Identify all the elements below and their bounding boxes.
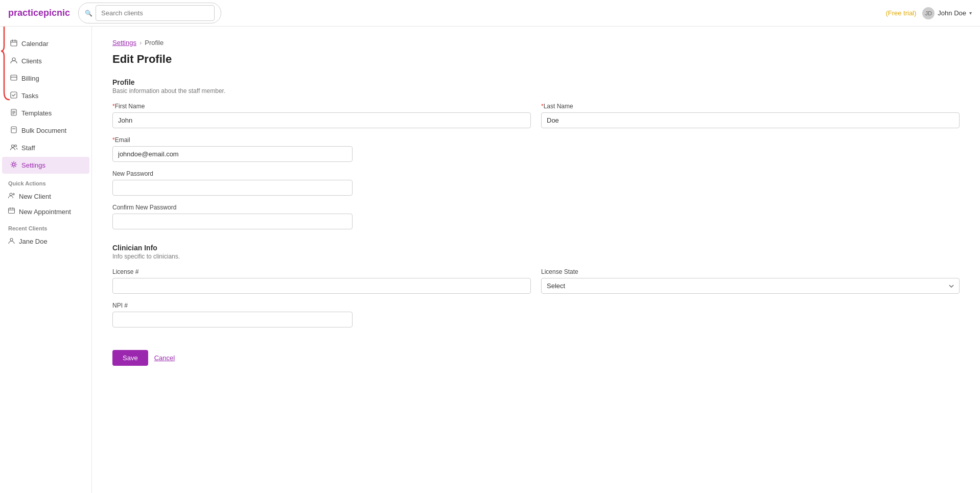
sidebar-label-clients: Clients [21, 57, 42, 65]
sidebar-label-bulk-document: Bulk Document [21, 127, 66, 134]
license-row: License # License State Select ALAKAZARC… [112, 268, 960, 294]
sidebar-label-staff: Staff [21, 144, 35, 152]
breadcrumb: Settings › Profile [112, 39, 960, 46]
confirm-password-label: Confirm New Password [112, 204, 353, 211]
new-password-group: New Password [112, 170, 353, 196]
page-title: Edit Profile [112, 53, 960, 66]
license-state-select[interactable]: Select ALAKAZARCA COCTDEFLGA HIIDILINIA … [541, 278, 960, 294]
recent-client-icon [8, 237, 15, 245]
svg-point-24 [10, 239, 13, 241]
sidebar-label-tasks: Tasks [21, 92, 38, 100]
sidebar: Calendar Clients Billing Tasks [0, 27, 92, 493]
license-state-label: License State [541, 268, 960, 275]
svg-point-15 [15, 145, 17, 147]
search-icon: 🔍 [85, 10, 92, 17]
clients-icon [10, 57, 17, 65]
quick-action-new-client[interactable]: New Client [0, 189, 91, 204]
quick-action-new-appointment[interactable]: New Appointment [0, 204, 91, 219]
avatar-initials: JD [925, 10, 932, 16]
profile-section-title: Profile [112, 78, 960, 86]
sidebar-item-bulk-document[interactable]: Bulk Document [2, 122, 89, 139]
recent-client-name: Jane Doe [19, 238, 48, 245]
first-name-label: *First Name [112, 103, 531, 110]
license-number-label: License # [112, 268, 531, 275]
last-name-input[interactable] [541, 112, 960, 128]
billing-icon [10, 74, 17, 83]
last-name-group: *Last Name [541, 103, 960, 128]
confirm-password-input[interactable] [112, 214, 353, 229]
license-state-group: License State Select ALAKAZARCA COCTDEFL… [541, 268, 960, 294]
email-label: *Email [112, 136, 353, 144]
svg-rect-0 [11, 40, 17, 46]
bulk-document-icon [10, 126, 17, 135]
save-button[interactable]: Save [112, 350, 148, 366]
license-number-input[interactable] [112, 278, 531, 294]
sidebar-item-settings[interactable]: Settings [2, 157, 89, 174]
npi-row: NPI # [112, 302, 960, 327]
svg-rect-5 [11, 75, 17, 80]
svg-point-17 [10, 193, 12, 196]
sidebar-nav: Calendar Clients Billing Tasks [0, 35, 91, 174]
new-password-label: New Password [112, 170, 353, 177]
sidebar-label-settings: Settings [21, 161, 45, 169]
search-container: 🔍 [78, 3, 221, 24]
action-buttons: Save Cancel [112, 350, 960, 366]
email-row: *Email [112, 136, 960, 162]
npi-label: NPI # [112, 302, 353, 309]
sidebar-item-tasks[interactable]: Tasks [2, 87, 89, 104]
quick-action-new-client-label: New Client [19, 193, 51, 200]
user-name-label: John Doe [938, 9, 966, 17]
confirm-password-row: Confirm New Password [112, 204, 960, 229]
cancel-button[interactable]: Cancel [154, 354, 175, 362]
npi-group: NPI # [112, 302, 353, 327]
sidebar-item-clients[interactable]: Clients [2, 53, 89, 69]
new-password-row: New Password [112, 170, 960, 196]
first-name-input[interactable] [112, 112, 531, 128]
first-name-group: *First Name [112, 103, 531, 128]
confirm-password-group: Confirm New Password [112, 204, 353, 229]
topbar: practicepicnic 🔍 (Free trial) JD John Do… [0, 0, 980, 27]
quick-actions-label: Quick Actions [0, 174, 91, 189]
breadcrumb-settings-link[interactable]: Settings [112, 39, 136, 46]
last-name-label: *Last Name [541, 103, 960, 110]
clinician-section-title: Clinician Info [112, 244, 960, 252]
email-input[interactable] [112, 146, 353, 162]
user-menu[interactable]: JD John Doe ▾ [922, 7, 972, 19]
topbar-right: (Free trial) JD John Doe ▾ [885, 7, 972, 19]
svg-rect-20 [9, 208, 15, 214]
app-logo: practicepicnic [8, 8, 70, 18]
new-password-input[interactable] [112, 180, 353, 196]
sidebar-label-calendar: Calendar [21, 40, 49, 48]
templates-icon [10, 109, 17, 118]
name-row: *First Name *Last Name [112, 103, 960, 128]
quick-action-new-appointment-label: New Appointment [19, 208, 71, 216]
sidebar-item-templates[interactable]: Templates [2, 105, 89, 122]
breadcrumb-separator: › [139, 39, 142, 46]
svg-rect-12 [11, 127, 16, 133]
tasks-icon [10, 91, 17, 100]
main-content: Settings › Profile Edit Profile Profile … [92, 27, 980, 493]
profile-section-desc: Basic information about the staff member… [112, 87, 960, 95]
sidebar-item-staff[interactable]: Staff [2, 139, 89, 156]
clinician-section-desc: Info specific to clinicians. [112, 253, 960, 260]
recent-client-jane-doe[interactable]: Jane Doe [0, 233, 91, 249]
search-input[interactable] [96, 5, 215, 21]
sidebar-label-billing: Billing [21, 75, 39, 82]
email-group: *Email [112, 136, 353, 162]
license-number-group: License # [112, 268, 531, 294]
sidebar-item-billing[interactable]: Billing [2, 70, 89, 87]
settings-icon [10, 161, 17, 170]
staff-icon [10, 144, 17, 152]
topbar-left: practicepicnic 🔍 [8, 3, 221, 24]
sidebar-item-calendar[interactable]: Calendar [2, 35, 89, 52]
svg-point-14 [12, 145, 14, 148]
clinician-section: Clinician Info Info specific to clinicia… [112, 244, 960, 336]
chevron-down-icon: ▾ [969, 10, 972, 16]
avatar: JD [922, 7, 935, 19]
recent-clients-label: Recent Clients [0, 219, 91, 233]
free-trial-badge: (Free trial) [885, 9, 916, 17]
npi-input[interactable] [112, 312, 353, 327]
svg-rect-7 [11, 92, 17, 98]
sidebar-label-templates: Templates [21, 109, 52, 117]
calendar-icon [10, 39, 17, 48]
